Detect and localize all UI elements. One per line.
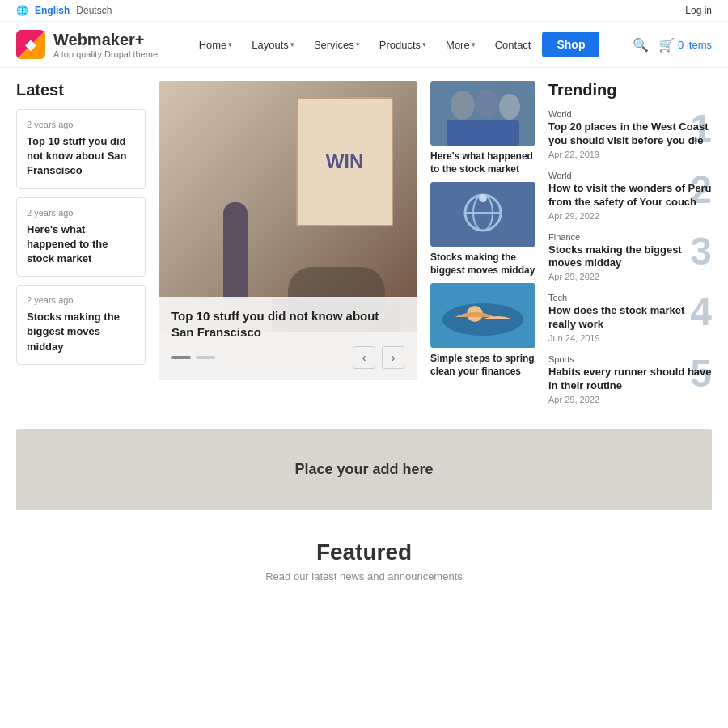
list-item[interactable]: Sports Habits every runner should have i… bbox=[548, 354, 712, 404]
trending-content: Finance Stocks making the biggest moves … bbox=[548, 232, 712, 282]
nav-icons: 🔍 🛒 0 items bbox=[633, 37, 712, 53]
trending-date: Apr 29, 2022 bbox=[548, 272, 712, 281]
trending-item-title: Habits every runner should have in their… bbox=[548, 366, 712, 393]
cart-count: 0 items bbox=[678, 39, 712, 51]
win-board: WIN bbox=[296, 97, 393, 226]
thumb-image bbox=[430, 283, 535, 348]
latest-title: Latest bbox=[16, 81, 146, 99]
svg-point-2 bbox=[476, 90, 498, 117]
chevron-down-icon: ▾ bbox=[472, 40, 476, 49]
time-ago: 2 years ago bbox=[27, 120, 135, 129]
list-item[interactable]: Tech How does the stock market really wo… bbox=[548, 293, 712, 343]
trending-category: Sports bbox=[548, 354, 712, 364]
slider-image: WIN Top 10 stuff you did not know about … bbox=[159, 81, 417, 380]
featured-subtitle: Read our latest news and announcements bbox=[32, 570, 696, 582]
cart-icon: 🛒 bbox=[658, 37, 675, 53]
slider-dot[interactable] bbox=[196, 356, 215, 359]
list-item[interactable]: World How to visit the wonders of Peru f… bbox=[548, 171, 712, 221]
prev-arrow[interactable]: ‹ bbox=[353, 346, 375, 369]
chevron-down-icon: ▾ bbox=[290, 40, 294, 49]
person-silhouette bbox=[223, 202, 248, 299]
trending-category: Finance bbox=[548, 232, 712, 242]
globe-icon: 🌐 bbox=[16, 5, 28, 16]
list-item[interactable]: World Top 20 places in the West Coast yo… bbox=[548, 109, 712, 159]
thumbnails-column: Here's what happened to the stock market… bbox=[430, 81, 535, 416]
chevron-down-icon: ▾ bbox=[356, 40, 360, 49]
chevron-down-icon: ▾ bbox=[228, 40, 232, 49]
slider-column: WIN Top 10 stuff you did not know about … bbox=[159, 81, 417, 416]
list-item[interactable]: 2 years ago Here's what happened to the … bbox=[16, 197, 146, 277]
list-item[interactable]: 2 years ago Top 10 stuff you did not kno… bbox=[16, 109, 146, 189]
list-item[interactable]: Stocks making the biggest moves midday bbox=[430, 182, 535, 277]
trending-item-title: How does the stock market really work bbox=[548, 304, 712, 332]
trending-title: Trending bbox=[548, 81, 712, 99]
logo-tagline: A top quality Drupal theme bbox=[53, 49, 158, 59]
trending-category: World bbox=[548, 109, 712, 119]
lang-english[interactable]: English bbox=[35, 5, 70, 16]
list-item[interactable]: Simple steps to spring clean your financ… bbox=[430, 283, 535, 378]
nav-products[interactable]: Products ▾ bbox=[371, 34, 434, 56]
time-ago: 2 years ago bbox=[27, 208, 135, 218]
slider-background: WIN bbox=[159, 81, 417, 332]
top-bar-left: 🌐 English Deutsch bbox=[16, 5, 112, 16]
slider-dots bbox=[171, 356, 215, 359]
card-title: Stocks making the biggest moves midday bbox=[27, 310, 135, 354]
shop-button[interactable]: Shop bbox=[542, 32, 599, 57]
list-item[interactable]: 2 years ago Stocks making the biggest mo… bbox=[16, 285, 146, 365]
nav-more[interactable]: More ▾ bbox=[438, 34, 484, 56]
top-bar: 🌐 English Deutsch Log in bbox=[0, 0, 728, 22]
trending-column: Trending World Top 20 places in the West… bbox=[548, 81, 712, 416]
search-icon[interactable]: 🔍 bbox=[633, 37, 649, 53]
svg-point-11 bbox=[442, 303, 523, 336]
login-link[interactable]: Log in bbox=[685, 5, 712, 16]
chevron-down-icon: ▾ bbox=[422, 40, 426, 49]
trending-item-title: Top 20 places in the West Coast you shou… bbox=[548, 121, 712, 148]
trending-date: Apr 29, 2022 bbox=[548, 211, 712, 221]
logo-icon bbox=[16, 30, 45, 59]
ad-banner: Place your add here bbox=[16, 429, 712, 510]
trending-item-title: Stocks making the biggest moves midday bbox=[548, 243, 712, 271]
card-title: Here's what happened to the stock market bbox=[27, 222, 135, 267]
thumb-title: Simple steps to spring clean your financ… bbox=[430, 353, 535, 378]
svg-point-3 bbox=[499, 94, 520, 120]
next-arrow[interactable]: › bbox=[382, 346, 404, 369]
logo-name: Webmaker+ bbox=[53, 31, 158, 49]
header: Webmaker+ A top quality Drupal theme Hom… bbox=[0, 22, 728, 68]
nav-contact[interactable]: Contact bbox=[487, 34, 540, 56]
nav-layouts[interactable]: Layouts ▾ bbox=[243, 34, 303, 56]
svg-rect-4 bbox=[447, 120, 519, 146]
featured-title: Featured bbox=[32, 540, 696, 565]
trending-date: Apr 22, 2019 bbox=[548, 150, 712, 159]
lang-deutsch[interactable]: Deutsch bbox=[76, 5, 112, 16]
trending-content: World How to visit the wonders of Peru f… bbox=[548, 171, 712, 221]
trending-category: Tech bbox=[548, 293, 712, 303]
slider-arrows: ‹ › bbox=[353, 346, 404, 369]
main-nav: Home ▾ Layouts ▾ Services ▾ Products ▾ M… bbox=[191, 32, 600, 57]
thumb-image bbox=[430, 182, 535, 247]
thumb-title: Here's what happened to the stock market bbox=[430, 150, 535, 176]
cart-area[interactable]: 🛒 0 items bbox=[658, 37, 712, 53]
slider-dot[interactable] bbox=[171, 356, 191, 359]
ad-text: Place your add here bbox=[32, 461, 696, 478]
thumb-image bbox=[430, 81, 535, 146]
nav-services[interactable]: Services ▾ bbox=[306, 34, 368, 56]
svg-rect-5 bbox=[430, 182, 535, 247]
trending-date: Jun 24, 2019 bbox=[548, 333, 712, 343]
slider-caption-text: Top 10 stuff you did not know about San … bbox=[171, 308, 404, 340]
featured-section: Featured Read our latest news and announ… bbox=[16, 523, 712, 599]
list-item[interactable]: Finance Stocks making the biggest moves … bbox=[548, 232, 712, 282]
trending-category: World bbox=[548, 171, 712, 180]
card-title: Top 10 stuff you did not know about San … bbox=[27, 134, 135, 179]
nav-home[interactable]: Home ▾ bbox=[191, 34, 241, 56]
content-row: Latest 2 years ago Top 10 stuff you did … bbox=[16, 81, 712, 416]
thumb-title: Stocks making the biggest moves midday bbox=[430, 252, 535, 277]
svg-point-9 bbox=[479, 194, 487, 202]
latest-column: Latest 2 years ago Top 10 stuff you did … bbox=[16, 81, 146, 416]
logo-text: Webmaker+ A top quality Drupal theme bbox=[53, 31, 158, 59]
trending-item-title: How to visit the wonders of Peru from th… bbox=[548, 182, 712, 210]
slider-caption: Top 10 stuff you did not know about San … bbox=[159, 297, 417, 380]
list-item[interactable]: Here's what happened to the stock market bbox=[430, 81, 535, 176]
trending-content: World Top 20 places in the West Coast yo… bbox=[548, 109, 712, 159]
svg-point-1 bbox=[451, 91, 475, 120]
main-content: Latest 2 years ago Top 10 stuff you did … bbox=[0, 68, 728, 612]
